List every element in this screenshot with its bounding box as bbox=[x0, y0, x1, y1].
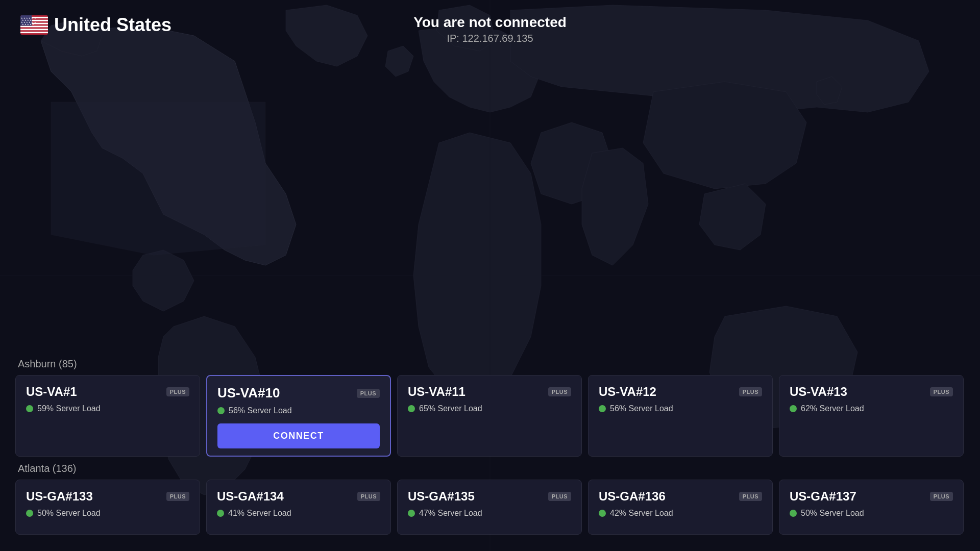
connection-status: You are not connected IP: 122.167.69.135 bbox=[413, 14, 567, 44]
server-name-us-va-12: US-VA#12 bbox=[599, 385, 656, 399]
atlanta-cards-row: US-GA#133 PLUS 50% Server Load US-GA#134… bbox=[15, 480, 965, 535]
atlanta-group: Atlanta (136) US-GA#133 PLUS 50% Server … bbox=[15, 463, 965, 535]
load-text-us-va-10: 56% Server Load bbox=[229, 406, 292, 415]
load-text-us-va-12: 56% Server Load bbox=[610, 404, 673, 413]
load-text-us-ga-135: 47% Server Load bbox=[419, 509, 482, 518]
server-load-us-ga-133: 50% Server Load bbox=[26, 509, 189, 518]
server-name-us-ga-135: US-GA#135 bbox=[408, 489, 475, 504]
server-card-us-va-13[interactable]: US-VA#13 PLUS 62% Server Load bbox=[779, 375, 964, 457]
server-load-us-ga-137: 50% Server Load bbox=[790, 509, 953, 518]
server-load-us-va-10: 56% Server Load bbox=[217, 406, 380, 415]
svg-rect-7 bbox=[20, 26, 48, 27]
load-dot-us-ga-134 bbox=[217, 510, 224, 517]
server-load-us-ga-134: 41% Server Load bbox=[217, 509, 380, 518]
svg-rect-9 bbox=[20, 32, 48, 33]
server-name-us-va-1: US-VA#1 bbox=[26, 385, 77, 399]
load-text-us-va-13: 62% Server Load bbox=[801, 404, 864, 413]
plus-badge-us-ga-134: PLUS bbox=[357, 492, 380, 501]
server-load-us-va-12: 56% Server Load bbox=[599, 404, 762, 413]
load-dot-us-va-12 bbox=[599, 405, 606, 412]
server-card-us-va-11[interactable]: US-VA#11 PLUS 65% Server Load bbox=[397, 375, 582, 457]
load-dot-us-ga-136 bbox=[599, 510, 606, 517]
server-card-us-ga-136[interactable]: US-GA#136 PLUS 42% Server Load bbox=[588, 480, 773, 535]
server-card-us-ga-137[interactable]: US-GA#137 PLUS 50% Server Load bbox=[779, 480, 964, 535]
server-card-us-va-1[interactable]: US-VA#1 PLUS 59% Server Load bbox=[15, 375, 200, 457]
plus-badge-us-va-12: PLUS bbox=[739, 387, 762, 396]
server-card-us-ga-133[interactable]: US-GA#133 PLUS 50% Server Load bbox=[15, 480, 200, 535]
server-load-us-va-1: 59% Server Load bbox=[26, 404, 189, 413]
server-list-container: Ashburn (85) US-VA#1 PLUS 59% Server Loa… bbox=[0, 358, 980, 551]
load-text-us-ga-134: 41% Server Load bbox=[228, 509, 291, 518]
ashburn-group: Ashburn (85) US-VA#1 PLUS 59% Server Loa… bbox=[15, 358, 965, 457]
server-load-us-va-11: 65% Server Load bbox=[408, 404, 571, 413]
server-card-us-ga-134[interactable]: US-GA#134 PLUS 41% Server Load bbox=[206, 480, 391, 535]
country-selector[interactable]: ★ ★ ★ ★ ★ ★ ★ ★ ★ ★ ★ ★ ★ ★ ★ ★ ★ ★ ★ ★ … bbox=[20, 14, 172, 36]
country-name: United States bbox=[54, 14, 172, 36]
server-load-us-ga-136: 42% Server Load bbox=[599, 509, 762, 518]
connect-button-us-va-10[interactable]: CONNECT bbox=[217, 423, 380, 448]
svg-text:★ ★ ★ ★ ★: ★ ★ ★ ★ ★ bbox=[22, 23, 34, 26]
server-name-us-ga-136: US-GA#136 bbox=[599, 489, 666, 504]
plus-badge-us-va-1: PLUS bbox=[166, 387, 189, 396]
plus-badge-us-ga-137: PLUS bbox=[930, 492, 953, 501]
server-name-us-va-13: US-VA#13 bbox=[790, 385, 847, 399]
server-name-us-ga-137: US-GA#137 bbox=[790, 489, 856, 504]
atlanta-label: Atlanta (136) bbox=[15, 463, 965, 474]
load-text-us-ga-137: 50% Server Load bbox=[801, 509, 864, 518]
svg-rect-8 bbox=[20, 29, 48, 30]
server-load-us-va-13: 62% Server Load bbox=[790, 404, 953, 413]
connection-ip: IP: 122.167.69.135 bbox=[413, 33, 567, 44]
load-dot-us-ga-133 bbox=[26, 510, 33, 517]
load-dot-us-va-11 bbox=[408, 405, 415, 412]
plus-badge-us-ga-136: PLUS bbox=[739, 492, 762, 501]
ashburn-label: Ashburn (85) bbox=[15, 358, 965, 370]
load-dot-us-va-1 bbox=[26, 405, 33, 412]
plus-badge-us-va-10: PLUS bbox=[357, 389, 380, 398]
load-text-us-va-11: 65% Server Load bbox=[419, 404, 482, 413]
server-card-us-ga-135[interactable]: US-GA#135 PLUS 47% Server Load bbox=[397, 480, 582, 535]
server-card-us-va-12[interactable]: US-VA#12 PLUS 56% Server Load bbox=[588, 375, 773, 457]
server-name-us-ga-134: US-GA#134 bbox=[217, 489, 284, 504]
ashburn-cards-row: US-VA#1 PLUS 59% Server Load US-VA#10 PL… bbox=[15, 375, 965, 457]
server-name-us-va-10: US-VA#10 bbox=[217, 385, 280, 401]
plus-badge-us-va-11: PLUS bbox=[548, 387, 571, 396]
load-dot-us-va-10 bbox=[217, 407, 225, 414]
plus-badge-us-ga-133: PLUS bbox=[166, 492, 189, 501]
load-dot-us-va-13 bbox=[790, 405, 797, 412]
connection-title: You are not connected bbox=[413, 14, 567, 31]
load-text-us-va-1: 59% Server Load bbox=[37, 404, 101, 413]
header: ★ ★ ★ ★ ★ ★ ★ ★ ★ ★ ★ ★ ★ ★ ★ ★ ★ ★ ★ ★ … bbox=[0, 0, 980, 36]
load-text-us-ga-136: 42% Server Load bbox=[610, 509, 673, 518]
load-text-us-ga-133: 50% Server Load bbox=[37, 509, 101, 518]
load-dot-us-ga-135 bbox=[408, 510, 415, 517]
plus-badge-us-ga-135: PLUS bbox=[548, 492, 571, 501]
plus-badge-us-va-13: PLUS bbox=[930, 387, 953, 396]
flag-icon: ★ ★ ★ ★ ★ ★ ★ ★ ★ ★ ★ ★ ★ ★ ★ ★ ★ ★ ★ ★ … bbox=[20, 15, 48, 35]
server-card-us-va-10[interactable]: US-VA#10 PLUS 56% Server Load CONNECT bbox=[206, 375, 391, 457]
load-dot-us-ga-137 bbox=[790, 510, 797, 517]
server-name-us-ga-133: US-GA#133 bbox=[26, 489, 93, 504]
server-load-us-ga-135: 47% Server Load bbox=[408, 509, 571, 518]
server-name-us-va-11: US-VA#11 bbox=[408, 385, 465, 399]
